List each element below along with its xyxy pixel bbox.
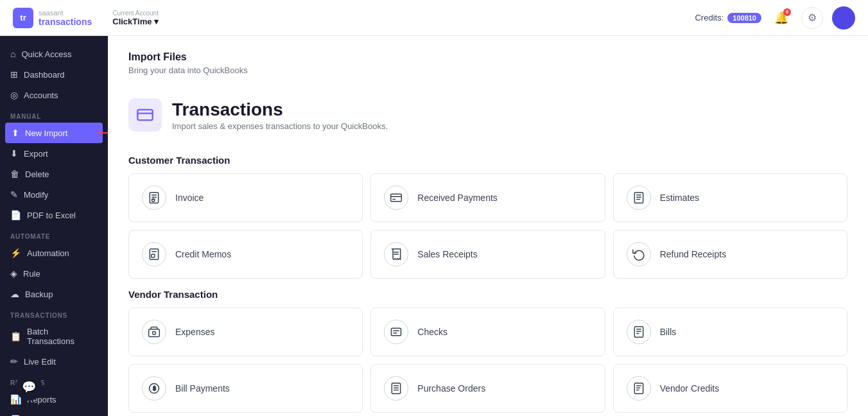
customer-card-grid: Invoice Received Payments	[128, 173, 847, 279]
sidebar-item-backup[interactable]: ☁ Backup	[0, 284, 108, 304]
credits-badge: 100810	[727, 13, 761, 23]
logo-text: saasant transactions	[39, 9, 92, 27]
topnav-right: Credits: 100810 🔔 0 ⚙	[695, 6, 855, 30]
page-title: Import Files	[128, 51, 847, 63]
svg-rect-19	[149, 329, 160, 337]
account-selector[interactable]: ClickTime ▾	[112, 17, 159, 26]
invoice-icon	[142, 186, 166, 210]
svg-point-20	[153, 331, 156, 334]
card-invoice[interactable]: Invoice	[128, 173, 363, 222]
card-sales-receipts[interactable]: Sales Receipts	[370, 230, 605, 279]
svg-rect-32	[392, 383, 401, 394]
card-expenses[interactable]: Expenses	[128, 308, 363, 356]
sidebar-item-modify[interactable]: ✎ Modify	[0, 184, 108, 205]
hero-text: Transactions Import sales & expenses tra…	[172, 100, 388, 131]
hero-icon	[128, 98, 162, 132]
batch-icon: 📋	[10, 331, 21, 342]
home-icon: ⌂	[10, 49, 15, 59]
logo-area: tr saasant transactions	[13, 8, 92, 28]
card-credit-memos[interactable]: Credit Memos	[128, 230, 363, 279]
card-purchase-orders[interactable]: Purchase Orders	[370, 364, 605, 413]
customer-section-label: Customer Transaction	[128, 155, 847, 166]
svg-rect-0	[137, 110, 152, 120]
sales-receipts-icon	[384, 242, 408, 266]
card-vendor-credits[interactable]: Vendor Credits	[613, 364, 847, 413]
chevron-down-icon: ▾	[154, 17, 159, 26]
page-subtitle: Bring your data into QuickBooks	[128, 65, 847, 75]
new-import-wrapper: ⬆ New Import	[0, 123, 108, 143]
card-estimates[interactable]: Estimates	[613, 173, 847, 222]
dashboard-icon: ⊞	[10, 69, 18, 80]
hero-card: Transactions Import sales & expenses tra…	[128, 88, 847, 144]
chat-button[interactable]: 💬	[15, 374, 42, 401]
sidebar: ⌂ Quick Access ⊞ Dashboard ◎ Accounts MA…	[0, 36, 108, 416]
pdf-icon: 📄	[10, 210, 21, 220]
sidebar-item-dashboard[interactable]: ⊞ Dashboard	[0, 64, 108, 85]
card-bill-payments[interactable]: $ Bill Payments	[128, 364, 363, 413]
upload-icon: ⬆	[12, 128, 19, 138]
topnav-left: tr saasant transactions Current Account …	[13, 8, 159, 28]
sidebar-item-live-edit[interactable]: ✏ Live Edit	[0, 351, 108, 372]
sidebar-item-rule[interactable]: ◈ Rule	[0, 263, 108, 284]
vendor-credits-icon	[627, 376, 651, 401]
svg-rect-7	[391, 194, 402, 202]
svg-rect-10	[634, 193, 643, 204]
bills-icon	[627, 320, 651, 344]
estimates-icon	[627, 186, 651, 210]
vendor-card-grid: Expenses Checks	[128, 308, 847, 413]
svg-rect-6	[152, 199, 155, 202]
svg-rect-16	[152, 254, 155, 257]
svg-rect-36	[634, 383, 643, 394]
expenses-icon	[142, 320, 166, 344]
bill-payments-icon: $	[142, 376, 166, 401]
card-received-payments[interactable]: Received Payments	[370, 173, 605, 222]
avatar[interactable]	[832, 6, 855, 30]
refund-receipts-icon	[627, 242, 651, 266]
sidebar-item-accounts[interactable]: ◎ Accounts	[0, 85, 108, 105]
backup-icon: ☁	[10, 289, 19, 299]
credit-memos-icon	[142, 242, 166, 266]
svg-text:$: $	[153, 385, 156, 392]
sidebar-item-batch-transactions[interactable]: 📋 Batch Transactions	[0, 322, 108, 351]
sidebar-item-account-summary[interactable]: 📑 Account Summary	[0, 410, 108, 416]
card-bills[interactable]: Bills	[613, 308, 847, 356]
svg-rect-24	[634, 327, 643, 338]
sidebar-item-pdf-to-excel[interactable]: 📄 PDF to Excel	[0, 205, 108, 225]
checks-icon	[384, 320, 408, 344]
modify-icon: ✎	[10, 189, 18, 200]
main-content: Import Files Bring your data into QuickB…	[108, 36, 868, 416]
card-refund-receipts[interactable]: Refund Receipts	[613, 230, 847, 279]
sidebar-item-delete[interactable]: 🗑 Delete	[0, 164, 108, 184]
sidebar-item-export[interactable]: ⬇ Export	[0, 143, 108, 164]
sidebar-item-quick-access[interactable]: ⌂ Quick Access	[0, 44, 108, 64]
svg-rect-21	[392, 328, 401, 336]
sidebar-item-new-import[interactable]: ⬆ New Import	[5, 123, 103, 143]
purchase-orders-icon	[384, 376, 408, 401]
layout: ⌂ Quick Access ⊞ Dashboard ◎ Accounts MA…	[0, 36, 868, 416]
sidebar-item-automation[interactable]: ⚡ Automation	[0, 243, 108, 263]
automation-icon: ⚡	[10, 248, 21, 258]
export-icon: ⬇	[10, 148, 18, 159]
logo-box: tr	[13, 8, 33, 28]
live-edit-icon: ✏	[10, 356, 18, 367]
notifications-button[interactable]: 🔔 0	[770, 7, 792, 29]
accounts-icon: ◎	[10, 90, 18, 100]
credits-area: Credits: 100810	[695, 13, 761, 23]
topnav: tr saasant transactions Current Account …	[0, 0, 868, 36]
delete-icon: 🗑	[10, 169, 19, 179]
vendor-section-label: Vendor Transaction	[128, 289, 847, 300]
card-checks[interactable]: Checks	[370, 308, 605, 356]
rule-icon: ◈	[10, 268, 17, 279]
arrow-indicator	[98, 130, 108, 136]
settings-button[interactable]: ⚙	[801, 7, 823, 29]
account-area: Current Account ClickTime ▾	[112, 10, 159, 26]
received-payments-icon	[384, 186, 408, 210]
notification-count: 0	[783, 8, 791, 16]
